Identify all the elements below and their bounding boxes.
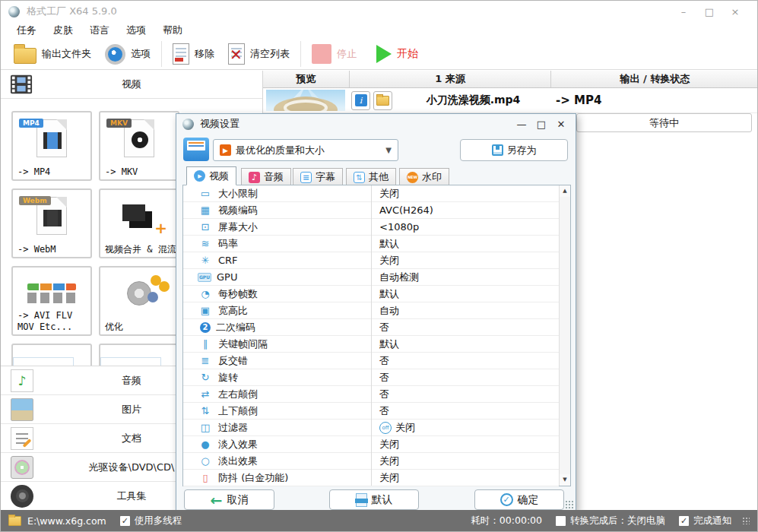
format-card-mkv[interactable]: MKV-> MKV [99,111,179,181]
tab-label: 其他 [369,170,389,184]
setting-label: 二次编码 [216,321,255,334]
tab-subtitle[interactable]: 字幕 [293,168,343,185]
shutdown-checkbox[interactable] [556,516,566,526]
output-folder-button[interactable]: 输出文件夹 [7,40,98,68]
tab-watermark[interactable]: 水印 [399,168,449,185]
menu-bar: 任务皮肤语言选项帮助 [8,22,191,39]
deinterlace-icon: ≣ [198,356,213,366]
column-output[interactable]: 输出 / 转换状态 [551,71,758,87]
maximize-icon[interactable]: □ [696,6,722,17]
output-path[interactable]: E:\www.x6g.com [27,515,106,527]
menu-item-task[interactable]: 任务 [8,22,45,39]
dialog-resize-grip[interactable] [565,500,574,509]
picture-icon [11,398,33,421]
start-button[interactable]: 开始 [363,40,425,68]
setting-label: 反交错 [218,354,248,368]
chevron-down-icon: ▼ [385,146,392,154]
setting-value: 默认 [379,337,399,351]
size-limit-icon: ▭ [198,188,213,199]
clear-list-button[interactable]: 清空列表 [221,40,297,68]
dialog-close-icon[interactable]: ✕ [551,119,571,130]
scroll-up-icon[interactable]: ▲ [560,185,570,197]
menu-item-skin[interactable]: 皮肤 [45,22,81,39]
setting-label: GPU [217,271,237,283]
output-folder-icon[interactable] [8,516,21,526]
tab-other[interactable]: 其他 [346,168,396,185]
setting-value: 否 [379,371,389,385]
setting-value-text: 否 [379,388,389,401]
card-label: 优化 [105,321,176,333]
toolset-icon [11,485,33,508]
setting-label: 视频编码 [218,204,258,217]
optimize-icon [100,272,178,315]
format-card-optimize[interactable]: 优化 [99,266,179,336]
tab-label: 音频 [264,170,284,184]
notify-label: 完成通知 [693,515,731,527]
menu-item-language[interactable]: 语言 [81,22,118,39]
notify-checkbox[interactable]: ✓ [679,516,689,526]
options-label: 选项 [131,47,151,61]
ok-button[interactable]: ✓ 确定 [474,489,564,510]
column-preview[interactable]: 预览 [263,71,350,87]
setting-value: 关闭 [379,454,399,468]
setting-value-text: 自动 [379,304,399,318]
cancel-button[interactable]: ← 取消 [184,489,274,510]
remove-button[interactable]: 移除 [166,40,221,68]
setting-value-text: 否 [379,354,389,368]
setting-value: 默认 [379,287,399,301]
setting-value: 关闭 [379,471,399,485]
dialog-app-icon [182,119,194,130]
title-bar: 格式工厂 X64 5.9.0 – □ × [1,1,757,22]
dialog-minimize-icon[interactable]: — [512,119,531,130]
column-source[interactable]: 1 来源 [350,71,551,87]
setting-label: 关键帧间隔 [218,337,268,351]
dialog-maximize-icon[interactable]: □ [531,119,551,130]
fps-icon: ◔ [198,289,213,299]
save-as-button[interactable]: 另存为 [460,139,568,161]
gpu-icon: GPU [198,273,211,282]
setting-label: 码率 [218,237,238,251]
format-card-mp4[interactable]: MP4-> MP4 [11,111,92,181]
options-button[interactable]: 选项 [98,40,157,68]
setting-value-text: 否 [379,371,389,385]
menu-item-options[interactable]: 选项 [118,22,154,39]
settings-tab-bar: 视频音频字幕其他水印 [176,166,576,185]
folder-icon [14,48,36,64]
default-button[interactable]: 默认 [329,489,419,510]
format-card-avi[interactable]: -> AVI FLV MOV Etc... [11,266,92,336]
menu-item-help[interactable]: 帮助 [154,22,191,39]
setting-value: 否 [379,354,389,368]
scrollbar[interactable]: ▲ ▼ [559,185,570,486]
media-info-button[interactable]: i [351,91,370,110]
minimize-icon[interactable]: – [671,6,696,17]
info-icon: i [355,94,367,106]
close-icon[interactable]: × [722,6,748,17]
save-as-label: 另存为 [507,144,537,157]
audio-tab-icon [249,172,260,183]
setting-value-text: 关闭 [379,438,399,451]
format-card-merge[interactable]: 视频合并 & 混流 [99,188,179,258]
mp4-icon: MP4 [13,117,90,160]
profile-dropdown[interactable]: ▶ 最优化的质量和大小 ▼ [213,139,398,161]
multithread-checkbox[interactable]: ✓ [120,516,130,526]
preview-thumbnail [266,90,345,111]
setting-label: 防抖 (白金功能) [218,471,288,485]
open-folder-button[interactable] [373,91,392,110]
dialog-title: 视频设置 [200,117,239,131]
setting-value-text: 否 [379,321,389,334]
stop-icon [312,44,331,64]
table-row[interactable]: i 小刀洗澡视频.mp4 -> MP4 [263,88,758,113]
default-label: 默认 [372,493,393,507]
settings-list: ▭大小限制关闭▦视频编码AVC(H264)⊡屏幕大小<1080p≋码率默认✳CR… [182,185,571,486]
tab-audio[interactable]: 音频 [241,168,291,185]
window-resize-grip[interactable] [742,517,750,524]
status-bar: E:\www.x6g.com ✓ 使用多线程 耗时：00:00:00 转换完成后… [1,510,757,531]
stop-button[interactable]: 停止 [305,40,363,68]
format-card-webm[interactable]: Webm-> WebM [11,188,92,258]
sidebar-header-video[interactable]: 视频 [1,71,262,99]
setting-label: 上下颠倒 [218,404,258,418]
tab-video[interactable]: 视频 [186,166,236,185]
window-title: 格式工厂 X64 5.9.0 [27,5,117,18]
dialog-title-bar[interactable]: 视频设置 — □ ✕ [176,114,576,134]
scroll-down-icon[interactable]: ▼ [560,474,570,486]
